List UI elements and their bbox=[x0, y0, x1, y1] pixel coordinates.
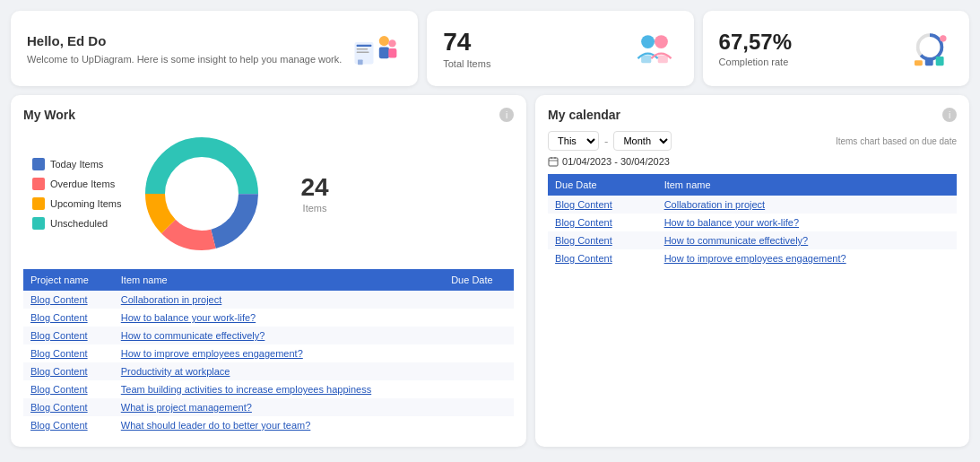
project-link[interactable]: Blog Content bbox=[30, 420, 88, 431]
cal-project-link[interactable]: Blog Content bbox=[555, 199, 612, 210]
due-date-cell bbox=[444, 309, 514, 327]
legend-today-label: Today Items bbox=[50, 159, 103, 170]
item-link[interactable]: Team building activities to increase emp… bbox=[121, 384, 371, 395]
total-items-illustration bbox=[631, 25, 678, 72]
svg-rect-7 bbox=[389, 48, 397, 58]
project-link[interactable]: Blog Content bbox=[30, 366, 88, 377]
table-row: Blog Content How to communicate effectiv… bbox=[23, 327, 514, 344]
svg-rect-2 bbox=[357, 48, 369, 49]
calendar-table-body: Blog Content Collaboration in project Bl… bbox=[548, 196, 957, 267]
cal-project-link[interactable]: Blog Content bbox=[555, 253, 612, 264]
item-link[interactable]: Productivity at workplace bbox=[121, 366, 230, 377]
legend-upcoming-label: Upcoming Items bbox=[50, 198, 121, 209]
legend-overdue-label: Overdue Items bbox=[50, 179, 115, 189]
legend-unscheduled-label: Unscheduled bbox=[50, 218, 108, 229]
project-link[interactable]: Blog Content bbox=[30, 312, 88, 323]
calendar-table: Due Date Item name Blog Content Collabor… bbox=[548, 174, 957, 267]
item-link[interactable]: What should leader do to better your tea… bbox=[121, 420, 311, 431]
svg-point-9 bbox=[641, 35, 655, 48]
due-date-cell bbox=[444, 344, 514, 362]
table-row: Blog Content What is project management? bbox=[23, 398, 514, 416]
middle-row: My Work i Today Items Overdue Items bbox=[11, 95, 969, 447]
legend-today-color bbox=[32, 158, 45, 170]
table-row: Blog Content Team building activities to… bbox=[23, 380, 514, 398]
svg-rect-11 bbox=[641, 55, 651, 63]
svg-rect-17 bbox=[936, 57, 944, 65]
welcome-subtitle: Welcome to UpDiagram. Here is some insig… bbox=[27, 54, 342, 65]
project-link[interactable]: Blog Content bbox=[30, 330, 88, 341]
project-link[interactable]: Blog Content bbox=[30, 348, 88, 359]
period-type-select[interactable]: Month Week Day bbox=[613, 131, 672, 151]
total-items-card: 74 Total Items bbox=[427, 11, 693, 86]
col-item: Item name bbox=[114, 269, 444, 291]
my-work-title: My Work bbox=[23, 108, 75, 122]
completion-rate-label: Completion rate bbox=[719, 57, 792, 67]
svg-point-6 bbox=[389, 39, 396, 47]
work-table: Project name Item name Due Date Blog Con… bbox=[23, 269, 514, 434]
table-row: Blog Content How to improve employees en… bbox=[23, 344, 514, 362]
svg-rect-5 bbox=[379, 48, 389, 59]
calendar-controls: This Last Next - Month Week Day Items ch… bbox=[548, 131, 957, 151]
my-work-card: My Work i Today Items Overdue Items bbox=[11, 95, 526, 447]
item-link[interactable]: How to improve employees engagement? bbox=[121, 348, 303, 359]
donut-chart bbox=[139, 131, 265, 257]
total-items-value: 74 bbox=[443, 28, 490, 57]
cal-item-link[interactable]: How to balance your work-life? bbox=[664, 217, 799, 228]
svg-point-24 bbox=[168, 160, 236, 228]
calendar-icon bbox=[548, 156, 559, 167]
welcome-illustration bbox=[351, 23, 402, 74]
work-table-header: Project name Item name Due Date bbox=[23, 269, 514, 291]
due-date-cell bbox=[444, 380, 514, 398]
due-date-cell bbox=[444, 327, 514, 344]
due-date-cell bbox=[444, 416, 514, 434]
project-link[interactable]: Blog Content bbox=[30, 294, 88, 305]
items-total-number: 24 bbox=[300, 173, 328, 202]
completion-rate-info: 67,57% Completion rate bbox=[719, 30, 792, 67]
legend-overdue: Overdue Items bbox=[32, 178, 121, 190]
cal-project-link[interactable]: Blog Content bbox=[555, 217, 612, 228]
calendar-header: My calendar i bbox=[548, 108, 957, 122]
legend-upcoming-color bbox=[32, 197, 45, 210]
project-link[interactable]: Blog Content bbox=[30, 384, 88, 395]
project-link[interactable]: Blog Content bbox=[30, 402, 88, 413]
dashboard: Hello, Ed Do Welcome to UpDiagram. Here … bbox=[11, 11, 969, 447]
cal-item-link[interactable]: Collaboration in project bbox=[664, 199, 766, 210]
donut-legend: Today Items Overdue Items Upcoming Items… bbox=[32, 158, 121, 230]
table-row: Blog Content Productivity at workplace bbox=[23, 362, 514, 380]
cal-project-link[interactable]: Blog Content bbox=[555, 235, 612, 246]
due-date-cell bbox=[444, 362, 514, 380]
total-items-label: Total Items bbox=[443, 58, 490, 69]
work-table-body: Blog Content Collaboration in project Bl… bbox=[23, 291, 514, 434]
svg-rect-16 bbox=[925, 57, 933, 65]
cal-item-link[interactable]: How to improve employees engagement? bbox=[664, 253, 846, 264]
svg-rect-1 bbox=[357, 45, 372, 47]
calendar-info-icon[interactable]: i bbox=[942, 108, 957, 122]
items-count: 24 Items bbox=[300, 173, 328, 214]
item-link[interactable]: Collaboration in project bbox=[121, 294, 222, 305]
calendar-hint: Items chart based on due date bbox=[836, 136, 957, 146]
item-link[interactable]: How to communicate effectively? bbox=[121, 330, 265, 341]
legend-overdue-color bbox=[32, 178, 45, 190]
table-row: Blog Content How to balance your work-li… bbox=[548, 214, 957, 231]
my-work-info-icon[interactable]: i bbox=[499, 108, 514, 122]
completion-rate-card: 67,57% Completion rate bbox=[703, 11, 969, 86]
legend-unscheduled-color bbox=[32, 217, 45, 230]
table-row: Blog Content Collaboration in project bbox=[23, 291, 514, 309]
svg-rect-3 bbox=[357, 52, 369, 53]
item-link[interactable]: What is project management? bbox=[121, 402, 252, 413]
my-work-header: My Work i bbox=[23, 108, 514, 122]
table-row: Blog Content Collaboration in project bbox=[548, 196, 957, 214]
cal-item-link[interactable]: How to communicate effectively? bbox=[664, 235, 809, 246]
table-row: Blog Content What should leader do to be… bbox=[23, 416, 514, 434]
top-row: Hello, Ed Do Welcome to UpDiagram. Here … bbox=[11, 11, 969, 86]
completion-rate-illustration bbox=[906, 25, 953, 72]
period-select[interactable]: This Last Next bbox=[548, 131, 599, 151]
welcome-card: Hello, Ed Do Welcome to UpDiagram. Here … bbox=[11, 11, 418, 86]
col-project: Project name bbox=[23, 269, 114, 291]
calendar-table-header: Due Date Item name bbox=[548, 174, 957, 196]
svg-rect-15 bbox=[915, 60, 923, 65]
table-row: Blog Content How to improve employees en… bbox=[548, 249, 957, 267]
svg-rect-25 bbox=[549, 158, 558, 166]
items-total-label: Items bbox=[303, 203, 327, 214]
item-link[interactable]: How to balance your work-life? bbox=[121, 312, 256, 323]
